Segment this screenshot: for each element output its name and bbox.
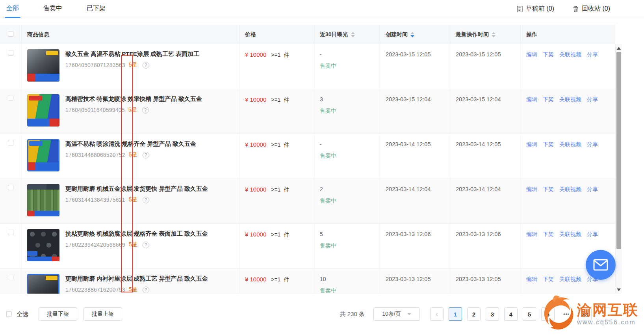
product-image[interactable] <box>27 49 59 82</box>
draft-box-button[interactable]: 草稿箱 (0) <box>516 5 554 13</box>
status-badge: 售卖中 <box>320 153 374 160</box>
pager: ‹ 1 2 3 4 5 6 ••• 23 › <box>430 307 610 321</box>
batch-delist-button[interactable]: 批量下架 <box>39 307 77 321</box>
footer-bar: 全选 批量下架 批量上架 共 230 条 10条/页 ‹ 1 2 3 4 5 6… <box>0 294 644 335</box>
product-title[interactable]: 更耐用耐磨 内衬衬里涂层 成熟工艺 异型产品 致久五金 <box>65 275 208 283</box>
product-id: 1760405078071283563 <box>65 62 125 68</box>
delist-link[interactable]: 下架 <box>543 96 554 103</box>
price: ¥ 10000 <box>245 51 266 58</box>
edit-link[interactable]: 编辑 <box>526 186 537 193</box>
product-image[interactable] <box>27 229 59 261</box>
sort-icon-updated[interactable] <box>492 32 496 37</box>
related-video-link[interactable]: 关联视频 <box>559 276 581 283</box>
product-image[interactable] <box>27 184 59 216</box>
status-badge: 售卖中 <box>320 287 374 294</box>
product-image[interactable] <box>27 94 59 127</box>
related-video-link[interactable]: 关联视频 <box>559 51 581 58</box>
row-checkbox[interactable] <box>8 185 13 190</box>
delist-link[interactable]: 下架 <box>543 141 554 148</box>
page-button-3[interactable]: 3 <box>486 307 499 321</box>
page-ellipsis[interactable]: ••• <box>560 307 573 321</box>
select-all-checkbox[interactable] <box>6 311 12 317</box>
share-link[interactable]: 分享 <box>587 51 598 58</box>
product-title[interactable]: 高温不易粘 喷涂清洗 规格齐全 异型产品 致久五金 <box>65 140 196 148</box>
edit-link[interactable]: 编辑 <box>526 141 537 148</box>
exposure-value: - <box>320 141 374 147</box>
edit-link[interactable]: 编辑 <box>526 276 537 283</box>
product-table: 商品信息 价格 近30日曝光 创建时间 最新操作时间 操作 致久五金 高温不易粘… <box>0 25 615 294</box>
exposure-value: 3 <box>320 96 374 102</box>
product-image[interactable] <box>27 274 59 294</box>
tab-actions: 草稿箱 (0) 回收站 (0) <box>516 5 638 13</box>
unit: 件 <box>284 231 289 238</box>
tab-selling[interactable]: 售卖中 <box>43 0 62 18</box>
select-all-header-checkbox[interactable] <box>8 31 13 37</box>
share-link[interactable]: 分享 <box>587 186 598 193</box>
next-page-button[interactable]: › <box>597 307 610 321</box>
page-button-6[interactable]: 6 <box>541 307 555 321</box>
row-checkbox[interactable] <box>8 275 13 280</box>
col-updated-time[interactable]: 最新操作时间 <box>450 25 521 44</box>
table-row: 致久五金 高温不易粘 PTFE涂层 成熟工艺 表面加工 176040507807… <box>0 44 615 89</box>
help-icon[interactable]: ? <box>143 242 149 248</box>
recycle-bin-label: 回收站 (0) <box>582 5 610 13</box>
star-rating: 5星 <box>129 61 137 69</box>
help-icon[interactable]: ? <box>143 152 149 158</box>
related-video-link[interactable]: 关联视频 <box>559 96 581 103</box>
related-video-link[interactable]: 关联视频 <box>559 186 581 193</box>
star-rating: 5星 <box>128 106 137 114</box>
scroll-up-arrow-icon[interactable] <box>616 45 622 51</box>
share-link[interactable]: 分享 <box>587 231 598 238</box>
recycle-bin-button[interactable]: 回收站 (0) <box>572 5 610 13</box>
page-button-1[interactable]: 1 <box>449 307 462 321</box>
sort-icon-exposure[interactable] <box>351 32 355 37</box>
product-title[interactable]: 致久五金 高温不易粘 PTFE涂层 成熟工艺 表面加工 <box>65 50 199 58</box>
scroll-down-arrow-icon[interactable] <box>616 287 622 293</box>
related-video-link[interactable]: 关联视频 <box>559 141 581 148</box>
related-video-link[interactable]: 关联视频 <box>559 231 581 238</box>
share-link[interactable]: 分享 <box>587 141 598 148</box>
tab-delisted[interactable]: 已下架 <box>87 0 106 18</box>
page-size-select[interactable]: 10条/页 <box>373 307 420 321</box>
product-image[interactable] <box>27 139 59 171</box>
page-button-last[interactable]: 23 <box>578 307 592 321</box>
tab-all[interactable]: 全部 <box>6 0 19 18</box>
chevron-down-icon <box>407 313 411 315</box>
unit: 件 <box>284 52 289 58</box>
help-icon[interactable]: ? <box>143 197 149 203</box>
product-title[interactable]: 抗粘更耐热 机械防腐涂层 规格齐全 表面加工 致久五金 <box>65 230 208 238</box>
page-button-4[interactable]: 4 <box>504 307 518 321</box>
scrollbar-thumb[interactable] <box>616 52 621 249</box>
row-checkbox[interactable] <box>8 50 13 56</box>
created-time: 2023-03-13 12:06 <box>380 224 450 268</box>
row-checkbox[interactable] <box>8 95 13 100</box>
product-id: 1760405011640599405 <box>65 107 125 113</box>
delist-link[interactable]: 下架 <box>543 51 554 58</box>
edit-link[interactable]: 编辑 <box>526 51 537 58</box>
row-checkbox[interactable] <box>8 230 13 235</box>
share-link[interactable]: 分享 <box>587 96 598 103</box>
col-exposure[interactable]: 近30日曝光 <box>314 25 380 44</box>
product-title[interactable]: 高精密技术 特氟龙喷涂 效率快精 异型产品 致久五金 <box>65 95 202 103</box>
price: ¥ 10000 <box>245 141 266 148</box>
page-button-2[interactable]: 2 <box>467 307 481 321</box>
row-checkbox[interactable] <box>8 140 13 145</box>
chat-float-button[interactable] <box>586 250 616 280</box>
star-rating: 5星 <box>129 196 137 203</box>
prev-page-button[interactable]: ‹ <box>430 307 444 321</box>
batch-list-button[interactable]: 批量上架 <box>84 307 122 321</box>
delist-link[interactable]: 下架 <box>543 231 554 238</box>
sort-icon-created[interactable] <box>410 32 414 37</box>
delist-link[interactable]: 下架 <box>543 276 554 283</box>
col-created-time[interactable]: 创建时间 <box>380 25 450 44</box>
product-title[interactable]: 更耐用耐磨 机械五金涂层 发货更快 异型产品 致久五金 <box>65 185 208 193</box>
delist-link[interactable]: 下架 <box>543 186 554 193</box>
page-button-5[interactable]: 5 <box>523 307 536 321</box>
edit-link[interactable]: 编辑 <box>526 96 537 103</box>
help-icon[interactable]: ? <box>143 287 149 293</box>
help-icon[interactable]: ? <box>142 107 149 114</box>
help-icon[interactable]: ? <box>143 62 149 69</box>
created-time: 2023-03-13 12:05 <box>380 269 450 294</box>
edit-link[interactable]: 编辑 <box>526 231 537 238</box>
table-scrollbar[interactable] <box>615 44 622 294</box>
